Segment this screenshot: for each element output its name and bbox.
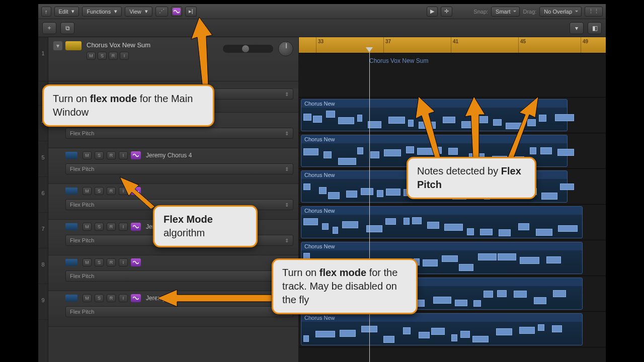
flex-pitch-note[interactable] [403,327,411,334]
flex-pitch-note[interactable] [536,229,553,236]
audio-region[interactable]: Chorus New [301,206,583,238]
flex-pitch-note[interactable] [497,290,506,297]
track-number[interactable]: 8 [38,248,48,284]
playhead-line[interactable] [369,52,370,362]
track-flex-toggle[interactable] [131,258,141,266]
flex-pitch-note[interactable] [384,149,401,156]
record-button[interactable]: R [107,223,116,231]
waveform-zoom-button[interactable]: ⋮⋮ [585,7,603,17]
subtrack[interactable]: M S R I Flex Pitch [48,255,298,291]
flex-pitch-note[interactable] [541,193,557,200]
flex-pitch-note[interactable] [303,335,309,342]
flex-pitch-note[interactable] [361,188,373,195]
flex-pitch-note[interactable] [472,336,489,343]
add-track-button[interactable]: ＋ [42,22,56,34]
flex-mode-select[interactable]: Flex Pitch [65,306,293,317]
view-menu[interactable]: View▾ [125,7,152,17]
flex-pitch-note[interactable] [538,324,544,331]
flex-pitch-note[interactable] [326,111,335,118]
record-button[interactable]: R [107,151,116,159]
flex-pitch-note[interactable] [442,255,457,262]
record-button[interactable]: R [107,258,116,266]
up-arrow-button[interactable]: ↑ [41,7,51,17]
flex-pitch-note[interactable] [514,291,527,298]
flex-pitch-note[interactable] [338,158,356,165]
flex-pitch-note[interactable] [368,121,381,128]
solo-button[interactable]: S [95,187,104,195]
track-name[interactable]: Jeremy Chorus 4 [146,152,192,159]
subtrack[interactable]: M S R I Jeremy Chorus 4 Flex Pitch [48,148,298,184]
regions-area[interactable]: Chorus Vox New Sum Chorus New Chorus New [299,53,606,362]
solo-button[interactable]: S [95,151,104,159]
mute-button[interactable]: M [87,52,96,60]
disclosure-triangle[interactable]: ▾ [53,41,62,50]
flex-pitch-note[interactable] [303,148,318,155]
flex-mode-select[interactable]: Flex Pitch [65,270,293,282]
pan-knob[interactable] [278,41,293,56]
flex-pitch-note[interactable] [455,300,467,307]
record-button[interactable]: R [109,52,118,60]
functions-menu[interactable]: Functions▾ [82,7,122,17]
track-number[interactable]: 9 [38,284,48,320]
flex-pitch-note[interactable] [534,297,546,304]
flex-pitch-note[interactable] [451,334,457,341]
flex-pitch-note[interactable] [333,227,338,234]
summing-track-header[interactable]: ▾ Chorus Vox New Sum M S R I [48,37,298,81]
snap-select[interactable]: Smart [491,7,520,17]
flex-pitch-note[interactable] [419,332,430,339]
flex-pitch-note[interactable] [499,229,511,236]
flex-pitch-note[interactable] [386,189,400,196]
flex-pitch-note[interactable] [557,149,574,156]
flex-pitch-note[interactable] [552,325,562,332]
track-flex-toggle[interactable] [131,151,141,159]
flex-pitch-note[interactable] [324,151,332,158]
flex-mode-select[interactable]: Flex Pitch [65,128,293,139]
track-number[interactable]: 1 [38,37,48,81]
record-button[interactable]: R [107,294,116,302]
flex-pitch-note[interactable] [560,184,574,191]
solo-button[interactable]: S [95,258,104,266]
pointer-tool[interactable]: ▶ [427,7,438,17]
flex-pitch-note[interactable] [357,115,363,122]
catch-button[interactable]: ▸| [185,7,197,17]
track-number[interactable]: 5 [38,141,48,177]
flex-pitch-note[interactable] [315,331,335,338]
drag-select[interactable]: No Overlap [539,7,582,17]
track-color-chip[interactable] [65,41,82,50]
mute-button[interactable]: M [83,294,92,302]
flex-pitch-note[interactable] [558,225,578,232]
flex-pitch-note[interactable] [346,191,357,198]
duplicate-track-button[interactable]: ⧉ [60,22,74,34]
track-number[interactable]: 6 [38,177,48,213]
flex-pitch-note[interactable] [498,253,516,260]
flex-pitch-note[interactable] [370,151,379,158]
flex-pitch-note[interactable] [303,184,310,191]
flex-pitch-note[interactable] [459,264,474,271]
playhead-icon[interactable] [366,47,373,52]
track-number[interactable]: 7 [38,213,48,248]
flex-pitch-note[interactable] [423,259,437,266]
edit-menu[interactable]: Edit▾ [54,7,79,17]
mute-button[interactable]: M [83,187,92,195]
flex-pitch-note[interactable] [546,256,561,263]
flex-pitch-note[interactable] [303,218,318,225]
flex-pitch-note[interactable] [319,187,327,194]
flex-pitch-note[interactable] [427,222,439,229]
flex-pitch-note[interactable] [493,119,502,126]
solo-button[interactable]: S [95,294,104,302]
flex-pitch-note[interactable] [519,327,535,334]
audio-region[interactable]: Chorus New [301,313,583,345]
timeline-ruler[interactable]: 33 37 41 45 49 [299,37,606,53]
mute-button[interactable]: M [83,151,92,159]
track-flex-toggle[interactable] [131,294,141,302]
flex-pitch-note[interactable] [404,218,410,225]
flex-pitch-note[interactable] [313,116,321,123]
flex-pitch-note[interactable] [473,300,481,307]
record-button[interactable]: R [107,187,116,195]
flex-pitch-note[interactable] [383,336,394,343]
input-monitor-button[interactable]: I [120,52,129,60]
flex-pitch-note[interactable] [444,224,463,231]
solo-button[interactable]: S [98,52,107,60]
alt-tool[interactable]: ✛ [441,7,452,17]
input-monitor-button[interactable]: I [119,223,128,231]
